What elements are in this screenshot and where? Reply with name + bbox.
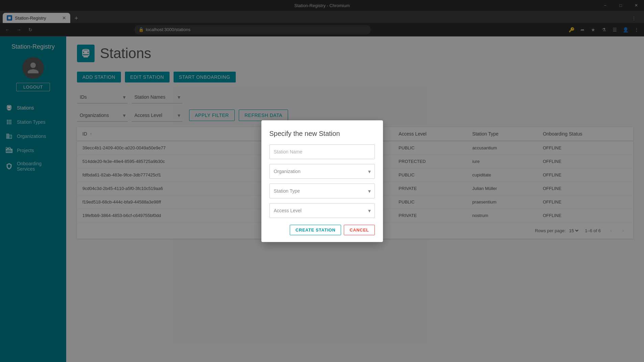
create-station-dialog: Specify the new Station Organization Sta…	[261, 120, 383, 242]
organization-select-wrap: Organization	[269, 164, 375, 179]
organization-select[interactable]: Organization	[269, 164, 375, 179]
station-type-field: Station Type	[269, 184, 375, 198]
create-station-button[interactable]: CREATE STATION	[290, 225, 341, 235]
station-type-select[interactable]: Station Type	[269, 184, 375, 198]
station-name-input[interactable]	[269, 144, 375, 159]
station-name-field	[269, 144, 375, 159]
access-level-field: Access Level	[269, 203, 375, 218]
modal-overlay: Specify the new Station Organization Sta…	[0, 0, 644, 362]
access-level-select-wrap: Access Level	[269, 203, 375, 218]
station-type-select-wrap: Station Type	[269, 184, 375, 198]
organization-field: Organization	[269, 164, 375, 179]
access-level-select[interactable]: Access Level	[269, 203, 375, 218]
dialog-actions: CREATE STATION CANCEL	[269, 225, 375, 235]
dialog-title: Specify the new Station	[269, 130, 375, 138]
cancel-button[interactable]: CANCEL	[344, 225, 375, 235]
